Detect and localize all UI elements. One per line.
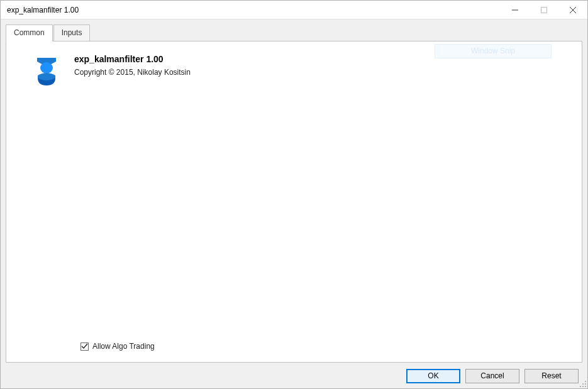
svg-point-9	[582, 386, 584, 387]
expert-texts: exp_kalmanfilter 1.00 Copyright © 2015, …	[74, 54, 191, 77]
reset-button[interactable]: Reset	[524, 369, 579, 383]
allow-algo-row: Allow Algo Trading	[80, 342, 155, 351]
tab-common[interactable]: Common	[6, 25, 53, 41]
svg-point-5	[585, 381, 586, 382]
ok-button[interactable]: OK	[406, 369, 460, 383]
titlebar: exp_kalmanfilter 1.00	[1, 1, 587, 19]
svg-point-6	[582, 383, 584, 385]
expert-icon	[34, 54, 59, 89]
svg-point-7	[585, 383, 586, 385]
dialog-buttons: OK Cancel Reset	[6, 363, 582, 383]
window-controls	[501, 1, 587, 19]
content-area: Common Inputs Window Snip exp_kalmanfilt…	[1, 19, 587, 388]
window-title: exp_kalmanfilter 1.00	[7, 6, 501, 14]
allow-algo-label: Allow Algo Trading	[92, 342, 155, 351]
expert-copyright: Copyright © 2015, Nikolay Kositsin	[74, 68, 191, 77]
tab-inputs[interactable]: Inputs	[53, 25, 91, 41]
allow-algo-checkbox[interactable]	[80, 342, 89, 351]
expert-title: exp_kalmanfilter 1.00	[74, 54, 191, 64]
svg-point-8	[580, 386, 581, 387]
svg-point-10	[585, 386, 586, 387]
tab-panel-common: Window Snip exp_kalmanfilter 1.00 Copyri…	[6, 41, 582, 363]
svg-point-4	[40, 62, 53, 74]
minimize-button[interactable]	[501, 1, 530, 19]
expert-header: exp_kalmanfilter 1.00 Copyright © 2015, …	[24, 54, 564, 89]
window-snip-ghost: Window Snip	[435, 44, 552, 58]
tabstrip: Common Inputs	[6, 25, 582, 41]
svg-rect-1	[541, 7, 547, 13]
cancel-button[interactable]: Cancel	[465, 369, 519, 383]
resize-grip[interactable]	[579, 380, 587, 388]
maximize-button[interactable]	[530, 1, 558, 19]
close-button[interactable]	[558, 1, 587, 19]
